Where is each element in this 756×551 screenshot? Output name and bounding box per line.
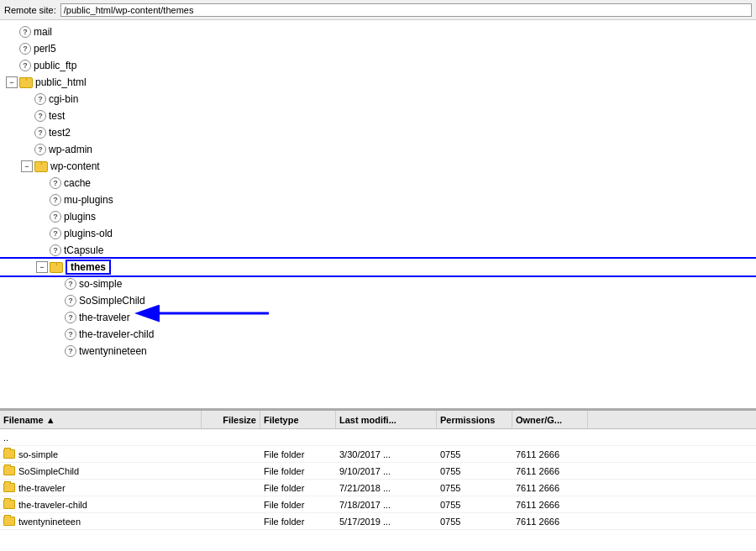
file-folder-icon <box>3 517 15 526</box>
tree-item-public_ftp[interactable]: ?public_ftp <box>0 57 756 74</box>
question-icon: ? <box>65 312 76 323</box>
tree-item-SoSimpleChild[interactable]: ?SoSimpleChild <box>0 292 756 309</box>
file-folder-icon <box>3 483 15 492</box>
question-icon: ? <box>50 228 61 239</box>
tree-item-label-twentynineteen: twentynineteen <box>79 345 147 357</box>
folder-icon <box>50 262 63 273</box>
file-folder-icon <box>3 449 15 459</box>
folder-icon <box>34 161 48 172</box>
file-row[interactable]: .. <box>0 429 756 446</box>
question-icon: ? <box>50 244 61 256</box>
question-icon: ? <box>19 43 31 55</box>
tree-item-label-tCapsule: tCapsule <box>64 244 103 256</box>
file-cell-filetype <box>260 429 336 445</box>
header-col-filename[interactable]: Filename ▲ <box>0 411 202 428</box>
file-cell-filetype: File folder <box>260 446 336 462</box>
file-row[interactable]: the-traveler-childFile folder7/18/2017 .… <box>0 496 756 513</box>
tree-item-the-traveler[interactable]: ?the-traveler <box>0 309 756 326</box>
question-icon: ? <box>50 194 61 206</box>
question-icon: ? <box>19 26 31 38</box>
file-row[interactable]: the-travelerFile folder7/21/2018 ...0755… <box>0 480 756 496</box>
tree-item-public_html[interactable]: −public_html <box>0 74 756 91</box>
file-cell-owner: 7611 2666 <box>512 513 588 529</box>
file-row[interactable]: twentynineteenFile folder5/17/2019 ...07… <box>0 513 756 530</box>
tree-item-label-mu-plugins: mu-plugins <box>64 194 113 206</box>
header-col-modified[interactable]: Last modifi... <box>336 411 437 428</box>
tree-item-cache[interactable]: ?cache <box>0 175 756 192</box>
tree-item-wp-admin[interactable]: ?wp-admin <box>0 141 756 158</box>
tree-item-label-wp-content: wp-content <box>50 160 100 172</box>
tree-item-themes[interactable]: −themes <box>0 259 756 276</box>
tree-item-label-cache: cache <box>64 177 91 189</box>
file-cell-filesize <box>202 446 260 462</box>
file-cell-permissions: 0755 <box>437 480 512 496</box>
tree-item-plugins[interactable]: ?plugins <box>0 208 756 225</box>
question-icon: ? <box>65 278 76 290</box>
tree-item-label-cgi-bin: cgi-bin <box>49 93 78 105</box>
file-name-text: twentynineteen <box>18 517 81 527</box>
file-name-text: .. <box>3 433 8 443</box>
question-icon: ? <box>65 295 76 307</box>
tree-item-plugins-old[interactable]: ?plugins-old <box>0 225 756 242</box>
tree-item-mail[interactable]: ?mail <box>0 24 756 40</box>
tree-item-so-simple[interactable]: ?so-simple <box>0 276 756 292</box>
tree-expand-wp-content[interactable]: − <box>21 160 33 172</box>
file-cell-filetype: File folder <box>260 496 336 512</box>
file-folder-icon <box>3 500 15 509</box>
file-list-header: Filename ▲FilesizeFiletypeLast modifi...… <box>0 411 756 429</box>
tree-item-test[interactable]: ?test <box>0 108 756 124</box>
question-icon: ? <box>50 177 61 189</box>
question-icon: ? <box>34 127 46 139</box>
question-icon: ? <box>34 144 46 155</box>
file-cell-filename: .. <box>0 429 202 445</box>
file-cell-modified: 3/30/2017 ... <box>336 446 437 462</box>
file-cell-modified: 5/17/2019 ... <box>336 513 437 529</box>
question-icon: ? <box>34 110 46 122</box>
tree-item-label-themes: themes <box>66 260 111 275</box>
file-cell-filename: SoSimpleChild <box>0 463 202 479</box>
file-cell-filesize <box>202 496 260 512</box>
tree-item-perl5[interactable]: ?perl5 <box>0 40 756 57</box>
remote-site-bar: Remote site: <box>0 0 756 20</box>
header-col-permissions[interactable]: Permissions <box>437 411 512 428</box>
tree-expand-public_html[interactable]: − <box>6 76 18 88</box>
tree-item-label-mail: mail <box>34 26 52 38</box>
tree-item-tCapsule[interactable]: ?tCapsule <box>0 242 756 259</box>
file-cell-permissions: 0755 <box>437 446 512 462</box>
tree-item-label-perl5: perl5 <box>34 43 56 55</box>
tree-item-label-the-traveler: the-traveler <box>79 312 130 323</box>
file-row[interactable]: SoSimpleChildFile folder9/10/2017 ...075… <box>0 463 756 480</box>
tree-item-label-public_html: public_html <box>35 76 87 88</box>
tree-item-wp-content[interactable]: −wp-content <box>0 158 756 175</box>
file-name-text: so-simple <box>18 449 58 459</box>
tree-item-test2[interactable]: ?test2 <box>0 124 756 141</box>
header-col-owner[interactable]: Owner/G... <box>512 411 588 428</box>
file-cell-filetype: File folder <box>260 513 336 529</box>
tree-item-twentynineteen[interactable]: ?twentynineteen <box>0 343 756 359</box>
question-icon: ? <box>19 60 31 71</box>
file-cell-filesize <box>202 513 260 529</box>
file-name-text: SoSimpleChild <box>18 466 79 476</box>
file-folder-icon <box>3 466 15 475</box>
tree-item-label-plugins-old: plugins-old <box>64 228 113 239</box>
file-cell-owner: 7611 2666 <box>512 496 588 512</box>
header-col-filetype[interactable]: Filetype <box>260 411 336 428</box>
tree-item-mu-plugins[interactable]: ?mu-plugins <box>0 192 756 208</box>
file-cell-filename: the-traveler-child <box>0 496 202 512</box>
header-col-filesize[interactable]: Filesize <box>202 411 260 428</box>
file-row[interactable]: so-simpleFile folder3/30/2017 ...0755761… <box>0 446 756 463</box>
tree-item-the-traveler-child[interactable]: ?the-traveler-child <box>0 326 756 343</box>
file-cell-permissions: 0755 <box>437 513 512 529</box>
file-cell-permissions: 0755 <box>437 463 512 479</box>
question-icon: ? <box>50 211 61 223</box>
file-cell-owner: 7611 2666 <box>512 463 588 479</box>
tree-item-label-so-simple: so-simple <box>79 278 122 290</box>
tree-expand-themes[interactable]: − <box>36 261 48 273</box>
file-cell-filetype: File folder <box>260 463 336 479</box>
file-cell-modified <box>336 429 437 445</box>
remote-site-path-input[interactable] <box>60 3 752 17</box>
tree-pane: ?mail?perl5?public_ftp−public_html?cgi-b… <box>0 20 756 411</box>
tree-item-cgi-bin[interactable]: ?cgi-bin <box>0 91 756 108</box>
file-cell-filesize <box>202 463 260 479</box>
tree-item-label-test: test <box>49 110 65 122</box>
